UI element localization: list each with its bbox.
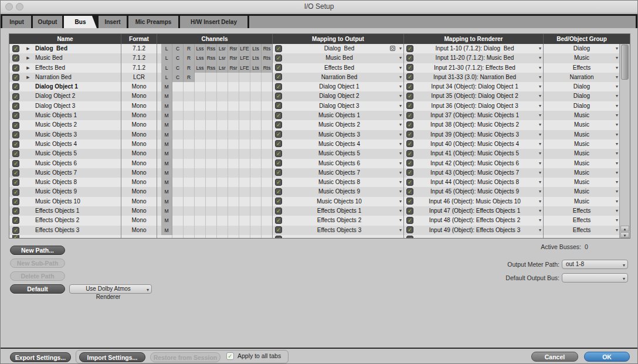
path-name[interactable]: Dialog Object 2 xyxy=(34,91,121,101)
renderer-mapping-checkbox[interactable]: ✓ xyxy=(406,188,413,195)
bed-object-group-cell[interactable]: Effects▾ xyxy=(543,63,620,73)
path-format[interactable]: Mono xyxy=(121,168,157,178)
renderer-mapping-checkbox[interactable]: ✓ xyxy=(406,102,413,109)
renderer-mapping-checkbox[interactable]: ✓ xyxy=(406,179,413,186)
import-settings-button[interactable]: Import Settings... xyxy=(79,352,145,362)
mapping-to-output-cell[interactable]: ✓Dialog Object 3▾ xyxy=(272,101,403,111)
path-name[interactable]: Music Objects 6 xyxy=(34,159,121,168)
path-name[interactable]: Effects Objects 2 xyxy=(34,216,121,225)
renderer-mapping-checkbox[interactable]: ✓ xyxy=(406,93,413,100)
path-format[interactable]: 7.1.2 xyxy=(121,44,157,53)
path-enable-checkbox[interactable]: ✓ xyxy=(12,55,19,62)
renderer-mapping-checkbox[interactable]: ✓ xyxy=(406,217,413,224)
mapping-to-renderer-cell[interactable]: ✓Input 11-20 (7.1.2): Music Bed▾ xyxy=(403,53,543,63)
cancel-button[interactable]: Cancel xyxy=(531,352,578,362)
bed-object-group-cell[interactable]: Music▾ xyxy=(543,130,620,140)
mapping-to-renderer-cell[interactable]: ✓Input 47 (Object): Effects Objects 1▾ xyxy=(403,206,543,216)
path-format[interactable]: Mono xyxy=(121,130,157,140)
output-mapping-checkbox[interactable]: ✓ xyxy=(275,169,282,176)
path-enable-checkbox[interactable]: ✓ xyxy=(12,160,19,167)
path-name[interactable] xyxy=(34,235,121,239)
path-enable-checkbox[interactable]: ✓ xyxy=(12,189,19,196)
output-mapping-checkbox[interactable]: ✓ xyxy=(275,64,282,71)
tab-mic-preamps[interactable]: Mic Preamps xyxy=(128,16,178,28)
mapping-to-renderer-cell[interactable]: ✓Input 42 (Object): Music Objects 6▾ xyxy=(403,159,543,168)
mapping-to-output-cell[interactable]: ✓Music Objects 6▾ xyxy=(272,159,403,168)
default-button[interactable]: Default xyxy=(10,284,65,294)
path-enable-checkbox[interactable]: ✓ xyxy=(12,207,19,215)
output-mapping-checkbox[interactable]: ✓ xyxy=(275,83,282,90)
path-name[interactable]: Dialog Bed xyxy=(34,44,121,53)
mapping-to-renderer-cell[interactable]: ✓Input 45 (Object): Music Objects 9▾ xyxy=(403,187,543,196)
tab-input[interactable]: Input xyxy=(2,16,31,28)
bed-object-group-cell[interactable]: Music▾ xyxy=(543,168,620,178)
bed-object-group-cell[interactable]: Dialog▾ xyxy=(543,82,620,91)
renderer-mapping-checkbox[interactable]: ✓ xyxy=(406,55,413,62)
renderer-mapping-checkbox[interactable]: ✓ xyxy=(406,159,413,166)
bed-object-group-cell[interactable]: Music▾ xyxy=(543,149,620,158)
path-name[interactable]: Music Objects 7 xyxy=(34,168,121,178)
output-mapping-checkbox[interactable]: ✓ xyxy=(275,45,282,52)
path-enable-checkbox[interactable]: ✓ xyxy=(12,122,19,129)
mapping-to-output-cell[interactable]: ✓Music Objects 2▾ xyxy=(272,120,403,130)
mapping-to-output-cell[interactable]: ✓Dialog Bed▾ xyxy=(272,44,403,53)
path-format[interactable]: 7.1.2 xyxy=(121,63,157,73)
path-enable-checkbox[interactable]: ✓ xyxy=(12,112,19,119)
path-format[interactable]: Mono xyxy=(121,140,157,149)
bed-object-group-cell[interactable]: Music▾ xyxy=(543,187,620,196)
bed-object-group-cell[interactable]: Narration▾ xyxy=(543,73,620,82)
output-mapping-checkbox[interactable]: ✓ xyxy=(275,93,282,100)
output-mapping-checkbox[interactable]: ✓ xyxy=(275,150,282,157)
mapping-to-output-cell[interactable]: ✓Music Objects 9▾ xyxy=(272,187,403,196)
renderer-mapping-checkbox[interactable]: ✓ xyxy=(406,226,413,233)
path-enable-checkbox[interactable]: ✓ xyxy=(12,83,19,90)
renderer-mapping-checkbox[interactable]: ✓ xyxy=(406,140,413,147)
scrollbar-thumb[interactable] xyxy=(621,45,629,80)
mapping-to-renderer-cell[interactable]: ✓Input 36 (Object): Dialog Object 3▾ xyxy=(403,101,543,111)
expand-arrow-icon[interactable]: ▶ xyxy=(22,63,34,73)
path-enable-checkbox[interactable]: ✓ xyxy=(12,141,19,148)
expand-arrow-icon[interactable]: ▶ xyxy=(22,73,34,82)
path-format[interactable]: 7.1.2 xyxy=(121,53,157,63)
path-enable-checkbox[interactable]: ✓ xyxy=(12,217,19,224)
mapping-to-renderer-cell[interactable]: ✓Input 41 (Object): Music Objects 5▾ xyxy=(403,149,543,158)
path-enable-checkbox[interactable]: ✓ xyxy=(12,103,19,110)
scrollbar-down-button[interactable]: ▼ xyxy=(620,232,629,238)
path-format[interactable]: LCR xyxy=(121,73,157,82)
expand-arrow-icon[interactable]: ▶ xyxy=(22,44,34,53)
output-mapping-checkbox[interactable]: ✓ xyxy=(275,188,282,195)
path-format[interactable]: Mono xyxy=(121,187,157,196)
default-output-bus-dropdown[interactable]: Dialog Bed.Stereo, ... ▾ xyxy=(562,273,628,283)
mapping-to-output-cell[interactable]: ✓▾ xyxy=(272,235,403,239)
bed-object-group-cell[interactable]: Music▾ xyxy=(543,111,620,120)
path-format[interactable]: Mono xyxy=(121,197,157,206)
path-format[interactable]: Mono xyxy=(121,91,157,101)
mapping-to-output-cell[interactable]: ✓Music Objects 7▾ xyxy=(272,168,403,178)
bed-object-group-cell[interactable]: Music▾ xyxy=(543,178,620,187)
mapping-to-renderer-cell[interactable]: ✓Input 39 (Object): Music Objects 3▾ xyxy=(403,130,543,140)
bed-object-group-cell[interactable]: ▾ xyxy=(543,235,620,239)
mapping-to-output-cell[interactable]: ✓Music Objects 5▾ xyxy=(272,149,403,158)
vertical-scrollbar[interactable]: ▲ ▼ xyxy=(619,44,630,238)
mapping-to-renderer-cell[interactable]: ✓Input 34 (Object): Dialog Object 1▾ xyxy=(403,82,543,91)
mapping-to-output-cell[interactable]: ✓Effects Objects 2▾ xyxy=(272,216,403,225)
mapping-to-renderer-cell[interactable]: ✓Input 43 (Object): Music Objects 7▾ xyxy=(403,168,543,178)
mapping-to-renderer-cell[interactable]: ✓Input 35 (Object): Dialog Object 2▾ xyxy=(403,91,543,101)
renderer-mapping-checkbox[interactable]: ✓ xyxy=(406,45,413,52)
path-enable-checkbox[interactable]: ✓ xyxy=(12,198,19,205)
path-name[interactable]: Music Objects 4 xyxy=(34,140,121,149)
bed-object-group-cell[interactable]: Effects▾ xyxy=(543,226,620,235)
expand-arrow-icon[interactable]: ▶ xyxy=(22,53,34,63)
path-enable-checkbox[interactable]: ✓ xyxy=(12,131,19,138)
bed-object-group-cell[interactable]: Music▾ xyxy=(543,140,620,149)
bed-object-group-cell[interactable]: Dialog▾ xyxy=(543,44,620,53)
path-name[interactable]: Music Bed xyxy=(34,53,121,63)
path-name[interactable]: Music Objects 8 xyxy=(34,178,121,187)
mapping-to-renderer-cell[interactable]: ✓Input 44 (Object): Music Objects 8▾ xyxy=(403,178,543,187)
mapping-to-output-cell[interactable]: ✓Dialog Object 1▾ xyxy=(272,82,403,91)
mapping-to-renderer-cell[interactable]: ✓Input 37 (Object): Music Objects 1▾ xyxy=(403,111,543,120)
bed-object-group-cell[interactable]: Music▾ xyxy=(543,197,620,206)
mapping-to-output-cell[interactable]: ✓Music Bed▾ xyxy=(272,53,403,63)
bed-object-group-cell[interactable]: Dialog▾ xyxy=(543,101,620,111)
output-mapping-checkbox[interactable]: ✓ xyxy=(275,112,282,119)
